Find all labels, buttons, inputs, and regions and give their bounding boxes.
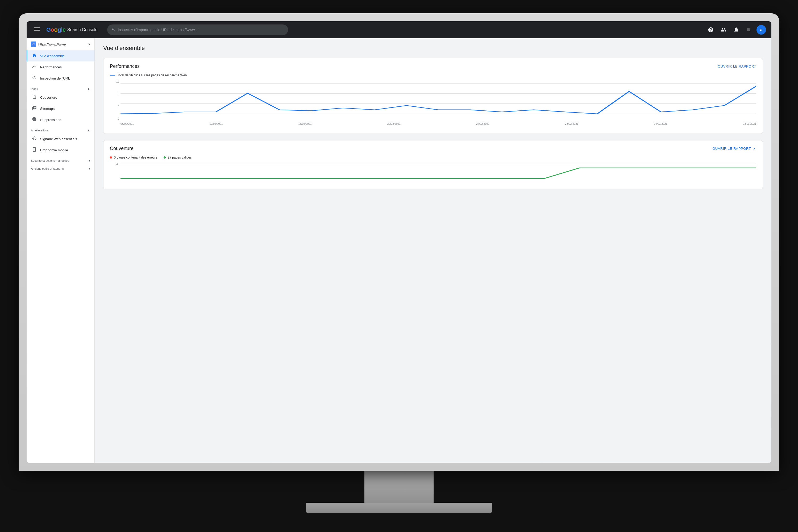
anciens-chevron-icon: ▾	[89, 167, 90, 171]
sidebar-label-performances: Performances	[40, 65, 62, 69]
search-icon	[111, 27, 116, 33]
mobile-icon	[32, 147, 37, 153]
securite-section-header[interactable]: Sécurité et actions manuelles ▾	[26, 156, 94, 164]
chart-x-labels: 08/02/2021 12/02/2021 16/02/2021 20/02/2…	[110, 121, 756, 125]
logo-g: G	[46, 26, 51, 33]
anciens-section-header[interactable]: Anciens outils et rapports ▾	[26, 164, 94, 172]
property-selector[interactable]: C https://www.//wwe ▾	[26, 38, 94, 50]
sidebar-label-sitemaps: Sitemaps	[40, 107, 55, 111]
couverture-card-header: Couverture OUVRIR LE RAPPORT	[110, 146, 756, 151]
sidebar-item-sitemaps[interactable]: Sitemaps	[26, 103, 94, 114]
couverture-y-label: 30	[110, 163, 119, 166]
sidebar-item-performances[interactable]: Performances	[26, 61, 94, 73]
help-button[interactable]	[705, 24, 716, 35]
couverture-link-text: OUVRIR LE RAPPORT	[712, 147, 751, 151]
svg-rect-0	[34, 27, 40, 28]
couverture-chart: 30	[110, 163, 756, 184]
svg-rect-1	[34, 29, 40, 29]
logo-gl: gl	[58, 26, 63, 33]
notifications-button[interactable]	[731, 24, 742, 35]
monitor-frame: Google Search Console Inspecter n'import…	[19, 13, 779, 471]
securite-section-label: Sécurité et actions manuelles	[31, 159, 69, 162]
sitemaps-icon	[32, 106, 37, 111]
monitor-screen: Google Search Console Inspecter n'import…	[26, 21, 772, 463]
performances-card-header: Performances OUVRIR LE RAPPORT	[110, 63, 756, 69]
performances-icon	[32, 64, 37, 70]
accounts-button[interactable]	[718, 24, 729, 35]
index-chevron-icon: ▲	[87, 87, 90, 91]
property-dropdown-icon: ▾	[88, 42, 90, 46]
couverture-card-title: Couverture	[110, 146, 134, 151]
performances-card: Performances OUVRIR LE RAPPORT Total de …	[103, 58, 763, 134]
performances-legend: Total de 96 clics sur les pages de reche…	[110, 73, 756, 77]
logo-google-text: Google	[46, 26, 66, 33]
logo-e: e	[62, 26, 66, 33]
sidebar: C https://www.//wwe ▾ Vue d'ensemble	[26, 38, 95, 463]
property-icon: C	[31, 41, 36, 47]
performances-chart: 12 8 4 0	[110, 80, 756, 128]
search-bar[interactable]: Inspecter n'importe quelle URL de 'https…	[107, 24, 288, 35]
logo-product: Search Console	[67, 27, 98, 32]
sidebar-label-overview: Vue d'ensemble	[40, 54, 65, 58]
legend-line-blue	[110, 75, 115, 76]
ameliorations-chevron-icon: ▲	[87, 129, 90, 132]
logo-o2: o	[54, 26, 58, 33]
sidebar-item-coverage[interactable]: Couverture	[26, 92, 94, 103]
anciens-section-label: Anciens outils et rapports	[31, 167, 64, 170]
couverture-legends: 0 pages contenant des erreurs 27 pages v…	[110, 156, 756, 159]
home-icon	[32, 53, 37, 59]
couverture-valid-text: 27 pages valides	[168, 156, 191, 159]
performances-open-report-link[interactable]: OUVRIR LE RAPPORT	[718, 64, 756, 68]
sidebar-label-mobile: Ergonomie mobile	[40, 148, 68, 152]
user-avatar[interactable]: a	[757, 25, 766, 35]
securite-chevron-icon: ▾	[89, 159, 90, 163]
svg-rect-2	[34, 31, 40, 31]
apps-button[interactable]	[744, 24, 754, 35]
stand-neck	[364, 471, 434, 503]
search-input[interactable]: Inspecter n'importe quelle URL de 'https…	[118, 28, 284, 32]
dot-green	[164, 156, 166, 158]
index-section-header[interactable]: Index ▲	[26, 84, 94, 92]
sidebar-label-url-inspection: Inspection de l'URL	[40, 76, 70, 80]
property-url: https://www.//wwe	[38, 42, 86, 46]
sidebar-item-url-inspection[interactable]: Inspection de l'URL	[26, 73, 94, 84]
core-web-vitals-icon	[32, 136, 37, 142]
main-layout: C https://www.//wwe ▾ Vue d'ensemble	[26, 38, 772, 463]
sidebar-item-mobile[interactable]: Ergonomie mobile	[26, 145, 94, 156]
performances-chart-svg	[120, 80, 756, 120]
sidebar-item-overview[interactable]: Vue d'ensemble	[26, 50, 94, 61]
index-section-label: Index	[31, 87, 38, 91]
logo: Google Search Console	[46, 26, 98, 33]
performances-card-title: Performances	[110, 63, 140, 69]
scene: Google Search Console Inspecter n'import…	[0, 0, 798, 532]
performances-legend-text: Total de 96 clics sur les pages de reche…	[117, 73, 187, 77]
page-title: Vue d'ensemble	[103, 45, 763, 52]
url-inspection-icon	[32, 75, 37, 81]
topbar: Google Search Console Inspecter n'import…	[26, 21, 772, 38]
suppressions-icon	[32, 117, 37, 122]
topbar-actions: a	[705, 24, 766, 35]
couverture-card: Couverture OUVRIR LE RAPPORT	[103, 140, 763, 189]
chart-y-labels: 12 8 4 0	[110, 80, 119, 120]
couverture-chart-svg	[120, 163, 756, 181]
sidebar-label-suppressions: Suppressions	[40, 118, 61, 122]
ameliorations-section-header[interactable]: Améliorations ▲	[26, 125, 94, 133]
imac: Google Search Console Inspecter n'import…	[19, 13, 779, 513]
sidebar-item-core-web-vitals[interactable]: Signaux Web essentiels	[26, 133, 94, 145]
couverture-open-report-link[interactable]: OUVRIR LE RAPPORT	[712, 147, 756, 151]
couverture-errors-text: 0 pages contenant des erreurs	[114, 156, 157, 159]
dot-red	[110, 156, 112, 158]
stand-base	[306, 503, 492, 513]
imac-bottom	[306, 471, 492, 513]
menu-icon[interactable]	[32, 24, 42, 36]
content-area: Vue d'ensemble Performances OUVRIR LE RA…	[95, 38, 772, 463]
logo-o1: o	[51, 26, 54, 33]
sidebar-label-coverage: Couverture	[40, 95, 57, 99]
ameliorations-section-label: Améliorations	[31, 129, 49, 132]
sidebar-label-core-web-vitals: Signaux Web essentiels	[40, 137, 77, 141]
sidebar-item-suppressions[interactable]: Suppressions	[26, 114, 94, 125]
gsc-app: Google Search Console Inspecter n'import…	[26, 21, 772, 463]
coverage-icon	[32, 94, 37, 100]
